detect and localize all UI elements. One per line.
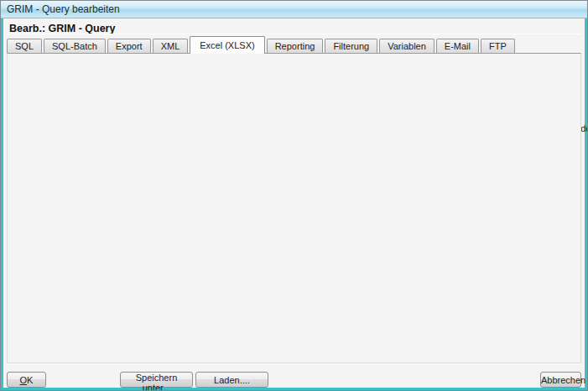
tab-variablen[interactable]: Variablen xyxy=(379,39,434,53)
tab-sql-batch[interactable]: SQL-Batch xyxy=(44,39,106,53)
tab-panel-excel xyxy=(7,53,581,363)
tab-sql[interactable]: SQL xyxy=(7,39,42,53)
tab-reporting[interactable]: Reporting xyxy=(267,39,324,53)
ok-button[interactable]: OK xyxy=(7,372,46,388)
header-divider xyxy=(7,34,581,34)
dialog-window: GRIM - Query bearbeiten Bearb.: GRIM - Q… xyxy=(0,0,588,391)
tab-email[interactable]: E-Mail xyxy=(436,39,479,53)
tab-xml[interactable]: XML xyxy=(153,39,189,53)
tab-excel-xlsx[interactable]: Excel (XLSX) xyxy=(190,36,264,54)
tab-bar: SQL SQL-Batch Export XML Excel (XLSX) Re… xyxy=(7,36,581,53)
page-title: Bearb.: GRIM - Query xyxy=(9,23,115,34)
titlebar[interactable]: GRIM - Query bearbeiten xyxy=(1,1,587,18)
cancel-button[interactable]: Abbrechen xyxy=(540,372,581,388)
save-as-button[interactable]: Speichern unter... xyxy=(120,372,193,388)
dialog-body: Bearb.: GRIM - Query SQL SQL-Batch Expor… xyxy=(1,18,587,390)
tab-export[interactable]: Export xyxy=(107,39,151,53)
window-title: GRIM - Query bearbeiten xyxy=(1,1,587,18)
load-button[interactable]: Laden.... xyxy=(195,372,268,388)
footer-divider xyxy=(7,364,581,365)
tab-filterung[interactable]: Filterung xyxy=(325,39,377,53)
tab-ftp[interactable]: FTP xyxy=(481,39,515,53)
